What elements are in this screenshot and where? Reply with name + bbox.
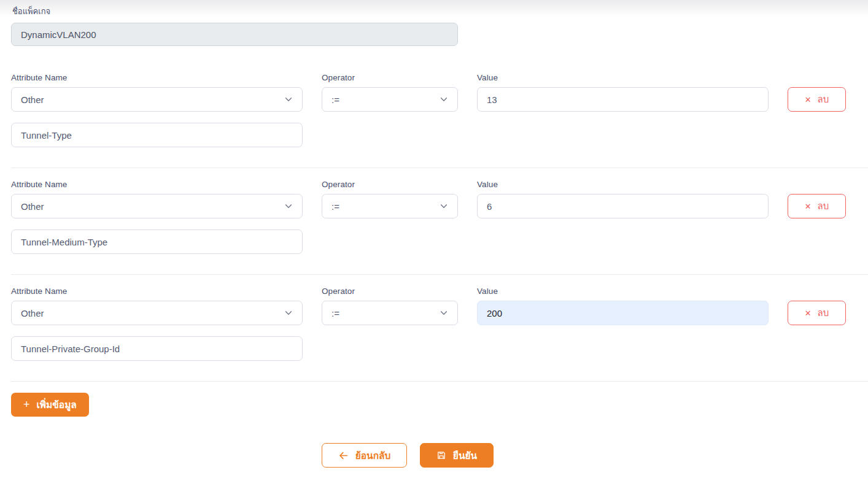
chevron-down-icon	[440, 202, 448, 210]
chevron-down-icon	[284, 95, 293, 104]
attribute-name-label: Attribute Name	[11, 73, 303, 83]
operator-field: Operator :=	[322, 287, 458, 325]
add-button-label: เพิ่มข้อมูล	[37, 397, 77, 412]
close-icon: ✕	[805, 309, 812, 317]
value-label: Value	[477, 73, 769, 83]
close-icon: ✕	[805, 202, 812, 210]
attribute-name-label: Attribute Name	[11, 287, 303, 297]
attribute-name-selected-value: Other	[21, 94, 44, 105]
attribute-name-select[interactable]: Other	[11, 194, 303, 218]
back-button[interactable]: ย้อนกลับ	[322, 443, 407, 468]
label-spacer	[788, 287, 846, 297]
delete-row-button[interactable]: ✕ ลบ	[788, 194, 846, 218]
value-input[interactable]	[477, 194, 769, 218]
delete-field: ✕ ลบ	[788, 73, 846, 112]
save-icon	[436, 450, 446, 460]
custom-attribute-input[interactable]	[11, 336, 303, 361]
operator-selected-value: :=	[331, 201, 339, 212]
attribute-name-field: Attribute Name Other	[11, 73, 303, 112]
custom-attribute-input[interactable]	[11, 123, 303, 147]
attribute-name-field: Attribute Name Other	[11, 180, 303, 218]
custom-attribute-input[interactable]	[11, 229, 303, 254]
operator-label: Operator	[322, 287, 458, 297]
attribute-name-select[interactable]: Other	[11, 301, 303, 325]
delete-field: ✕ ลบ	[788, 287, 846, 325]
attribute-row: Attribute Name Other Operator := Value	[11, 275, 868, 382]
value-input[interactable]	[477, 301, 769, 325]
operator-select[interactable]: :=	[322, 87, 458, 112]
delete-button-label: ลบ	[818, 199, 829, 214]
operator-label: Operator	[322, 180, 458, 190]
operator-select[interactable]: :=	[322, 301, 458, 325]
delete-row-button[interactable]: ✕ ลบ	[788, 301, 846, 325]
value-field: Value	[477, 180, 769, 218]
delete-button-label: ลบ	[818, 92, 829, 107]
label-spacer	[788, 73, 846, 83]
confirm-button-label: ยืนยัน	[453, 448, 477, 463]
delete-row-button[interactable]: ✕ ลบ	[788, 87, 846, 112]
attribute-name-selected-value: Other	[21, 308, 44, 318]
chevron-down-icon	[440, 309, 448, 317]
value-label: Value	[477, 287, 769, 297]
attribute-row-grid: Attribute Name Other Operator := Value	[11, 73, 868, 112]
operator-field: Operator :=	[322, 180, 458, 218]
attribute-row: Attribute Name Other Operator := Value	[11, 46, 868, 168]
operator-selected-value: :=	[331, 94, 339, 105]
operator-field: Operator :=	[322, 73, 458, 112]
delete-field: ✕ ลบ	[788, 180, 846, 218]
value-field: Value	[477, 287, 769, 325]
attribute-row-grid: Attribute Name Other Operator := Value	[11, 180, 868, 218]
close-icon: ✕	[805, 96, 812, 104]
back-button-label: ย้อนกลับ	[355, 448, 391, 463]
arrow-left-icon	[338, 450, 349, 461]
attribute-name-select[interactable]: Other	[11, 87, 303, 112]
chevron-down-icon	[284, 309, 293, 317]
delete-button-label: ลบ	[818, 306, 829, 320]
chevron-down-icon	[284, 202, 293, 210]
add-data-button[interactable]: + เพิ่มข้อมูล	[11, 393, 89, 417]
value-label: Value	[477, 180, 769, 190]
package-name-input	[11, 23, 458, 46]
attribute-row: Attribute Name Other Operator := Value	[11, 168, 868, 275]
attribute-row-grid: Attribute Name Other Operator := Value	[11, 287, 868, 325]
operator-select[interactable]: :=	[322, 194, 458, 218]
confirm-button[interactable]: ยืนยัน	[420, 443, 494, 468]
value-input[interactable]	[477, 87, 769, 112]
form-actions: ย้อนกลับ ยืนยัน	[322, 443, 868, 468]
package-name-label: ชื่อแพ็คเกจ	[12, 5, 868, 18]
attribute-name-label: Attribute Name	[11, 180, 303, 190]
chevron-down-icon	[440, 95, 448, 104]
operator-selected-value: :=	[331, 308, 339, 318]
value-field: Value	[477, 73, 769, 112]
package-attributes-form: ชื่อแพ็คเกจ Attribute Name Other Operato…	[0, 0, 868, 468]
plus-icon: +	[23, 399, 30, 410]
attribute-name-selected-value: Other	[21, 201, 44, 212]
operator-label: Operator	[322, 73, 458, 83]
label-spacer	[788, 180, 846, 190]
attribute-name-field: Attribute Name Other	[11, 287, 303, 325]
